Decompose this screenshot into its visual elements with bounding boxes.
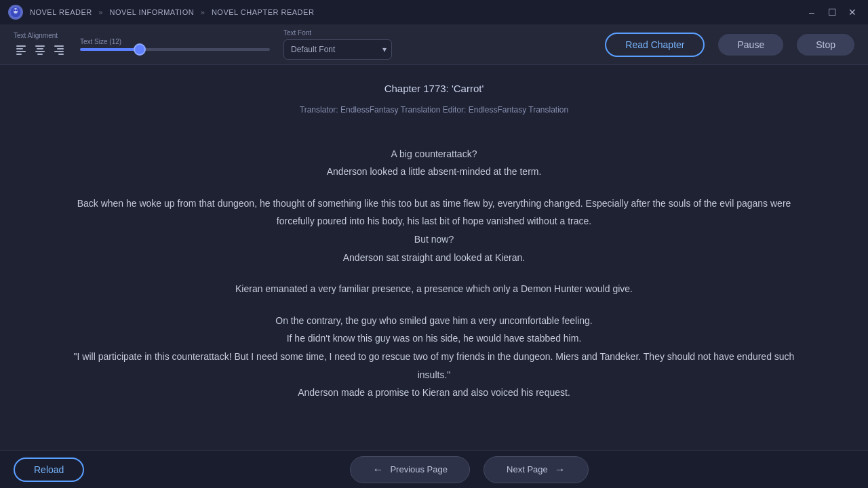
breadcrumb-info: NOVEL INFORMATION bbox=[110, 8, 195, 16]
window-controls: – ☐ ✕ bbox=[804, 5, 860, 20]
next-page-label: Next Page bbox=[507, 464, 548, 474]
align-left-button[interactable] bbox=[14, 42, 28, 57]
paragraph-4: On the contrary, the guy who smiled gave… bbox=[61, 312, 807, 402]
svg-point-3 bbox=[16, 9, 17, 11]
breadcrumb-home: NOVEL READER bbox=[30, 8, 92, 16]
breadcrumb: NOVEL READER » NOVEL INFORMATION » NOVEL… bbox=[30, 8, 804, 16]
breadcrumb-sep-1: » bbox=[98, 8, 103, 16]
svg-rect-12 bbox=[54, 45, 64, 47]
text-size-group: Text Size (12) bbox=[80, 38, 270, 51]
text-alignment-group: Text Alignment bbox=[14, 32, 66, 57]
read-chapter-button[interactable]: Read Chapter bbox=[605, 33, 705, 57]
prev-arrow-icon: ← bbox=[372, 464, 383, 476]
chapter-title: Chapter 1773: 'Carrot' bbox=[41, 79, 827, 98]
breadcrumb-sep-2: » bbox=[201, 8, 205, 16]
paragraph-2: Back when he woke up from that dungeon, … bbox=[61, 195, 807, 266]
app-icon bbox=[8, 5, 23, 20]
nav-center: ← Previous Page Next Page → bbox=[84, 456, 854, 483]
content-area[interactable]: Chapter 1773: 'Carrot' Translator: Endle… bbox=[0, 66, 868, 450]
reload-button[interactable]: Reload bbox=[14, 458, 84, 482]
svg-rect-6 bbox=[16, 51, 26, 52]
prev-page-button[interactable]: ← Previous Page bbox=[350, 456, 470, 483]
minimize-button[interactable]: – bbox=[804, 5, 819, 20]
svg-point-2 bbox=[14, 9, 15, 11]
chapter-meta: Translator: EndlessFantasy Translation E… bbox=[41, 103, 827, 118]
close-button[interactable]: ✕ bbox=[845, 5, 860, 20]
svg-rect-7 bbox=[16, 54, 22, 55]
text-font-group: Text Font Default Font Serif Monospace bbox=[283, 29, 392, 60]
text-size-slider[interactable] bbox=[80, 48, 270, 51]
font-select[interactable]: Default Font Serif Monospace bbox=[283, 39, 392, 60]
paragraph-4-text: On the contrary, the guy who smiled gave… bbox=[74, 315, 795, 398]
align-right-icon bbox=[53, 43, 65, 56]
paragraph-2-text: Back when he woke up from that dungeon, … bbox=[77, 198, 791, 263]
svg-rect-15 bbox=[58, 54, 64, 55]
paragraph-1-text: A big counterattack?Anderson looked a li… bbox=[327, 148, 542, 178]
align-center-button[interactable] bbox=[33, 42, 47, 57]
paragraph-3-text: Kieran emanated a very familiar presence… bbox=[235, 283, 633, 294]
paragraph-1: A big counterattack?Anderson looked a li… bbox=[41, 145, 827, 181]
align-left-icon bbox=[15, 43, 27, 56]
text-font-label: Text Font bbox=[283, 29, 392, 37]
svg-rect-9 bbox=[37, 48, 43, 49]
bottom-nav: Reload ← Previous Page Next Page → bbox=[0, 450, 868, 488]
next-arrow-icon: → bbox=[555, 464, 566, 476]
next-page-button[interactable]: Next Page → bbox=[484, 456, 589, 483]
maximize-button[interactable]: ☐ bbox=[825, 5, 840, 20]
text-alignment-label: Text Alignment bbox=[14, 32, 66, 39]
prev-page-label: Previous Page bbox=[390, 464, 448, 474]
stop-button[interactable]: Stop bbox=[797, 34, 854, 56]
svg-rect-11 bbox=[37, 54, 43, 55]
svg-rect-10 bbox=[35, 51, 45, 52]
alignment-buttons bbox=[14, 42, 66, 57]
svg-rect-8 bbox=[35, 45, 45, 47]
font-select-wrap: Default Font Serif Monospace bbox=[283, 39, 392, 60]
align-center-icon bbox=[34, 43, 46, 56]
paragraph-3: Kieran emanated a very familiar presence… bbox=[41, 280, 827, 298]
svg-rect-13 bbox=[57, 48, 64, 49]
size-slider-wrap bbox=[80, 48, 270, 51]
svg-rect-5 bbox=[16, 48, 23, 49]
svg-rect-4 bbox=[16, 45, 26, 47]
breadcrumb-reader: NOVEL CHAPTER READER bbox=[212, 8, 314, 16]
svg-rect-14 bbox=[54, 51, 64, 52]
toolbar: Text Alignment bbox=[0, 24, 868, 65]
titlebar: NOVEL READER » NOVEL INFORMATION » NOVEL… bbox=[0, 0, 868, 24]
pause-button[interactable]: Pause bbox=[718, 34, 783, 56]
align-right-button[interactable] bbox=[52, 42, 66, 57]
